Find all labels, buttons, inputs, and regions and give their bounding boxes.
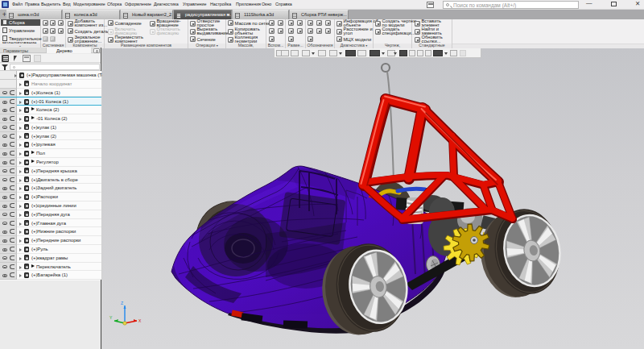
- svg-text:X: X: [138, 318, 142, 323]
- svg-text:Z: Z: [121, 301, 123, 305]
- svg-text:Y: Y: [109, 315, 113, 320]
